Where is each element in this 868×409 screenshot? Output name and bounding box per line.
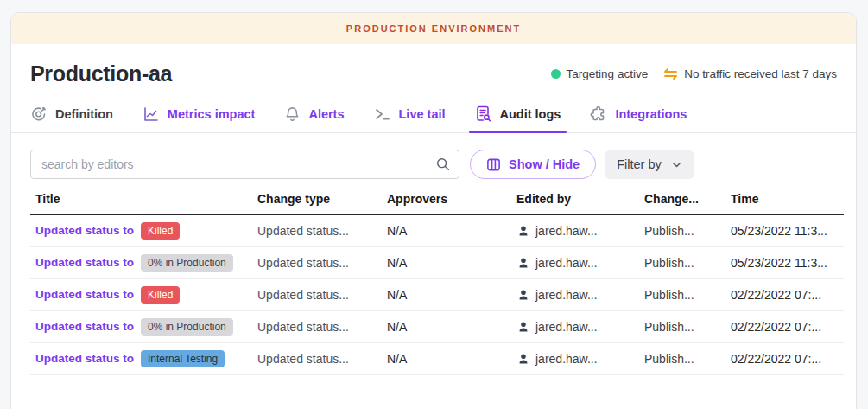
- banner-label: PRODUCTION ENVIRONMENT: [346, 23, 521, 34]
- show-hide-columns-button[interactable]: Show / Hide: [470, 150, 596, 179]
- table-header-row: Title Change type Approvers Edited by Ch…: [30, 192, 844, 215]
- tab-definition-label: Definition: [55, 107, 113, 121]
- flag-detail-card: PRODUCTION ENVIRONMENT Production-aa Tar…: [10, 12, 857, 409]
- traffic-arrows-icon: [663, 67, 678, 80]
- search-input[interactable]: [30, 150, 459, 179]
- time-cell: 05/23/2022 11:3...: [731, 224, 844, 238]
- title-link[interactable]: Updated status to: [35, 320, 134, 333]
- status-badge: Killed: [141, 286, 180, 304]
- change-type-cell: Updated status...: [257, 256, 387, 270]
- title-link[interactable]: Updated status to: [35, 288, 134, 301]
- green-dot-icon: [551, 69, 561, 79]
- traffic-status: No traffic received last 7 days: [663, 67, 837, 80]
- title-cell: Updated status to Killed: [30, 222, 257, 240]
- audit-log-document-search-icon: [475, 105, 492, 123]
- approvers-cell: N/A: [387, 256, 516, 270]
- show-hide-label: Show / Hide: [509, 157, 580, 171]
- edited-by-cell: jared.haw...: [516, 320, 644, 334]
- col-change-type: Change type: [257, 192, 387, 206]
- search-icon: [435, 157, 451, 176]
- change-cell: Publish...: [644, 352, 731, 366]
- tab-live-tail[interactable]: Live tail: [374, 95, 446, 132]
- time-cell: 05/23/2022 11:3...: [731, 256, 844, 270]
- targeting-status-label: Targeting active: [567, 67, 649, 80]
- status-badge: Internal Testing: [141, 350, 225, 367]
- table-row[interactable]: Updated status to Killed Updated status.…: [30, 279, 844, 311]
- change-cell: Publish...: [644, 256, 731, 270]
- audit-log-toolbar: Show / Hide Filter by: [11, 133, 856, 192]
- tab-alerts-label: Alerts: [308, 107, 344, 121]
- edited-by-name: jared.haw...: [535, 320, 598, 334]
- table-row[interactable]: Updated status to 0% in Production Updat…: [30, 311, 844, 343]
- change-type-cell: Updated status...: [257, 352, 387, 366]
- terminal-icon: [374, 106, 391, 122]
- targeting-status: Targeting active: [551, 67, 649, 80]
- change-type-cell: Updated status...: [257, 320, 387, 334]
- tab-definition[interactable]: Definition: [30, 95, 113, 132]
- search-wrap: [30, 150, 459, 179]
- table-row[interactable]: Updated status to Internal Testing Updat…: [30, 343, 844, 375]
- time-cell: 02/22/2022 07:...: [731, 288, 844, 302]
- approvers-cell: N/A: [387, 224, 516, 238]
- col-title: Title: [30, 192, 257, 206]
- change-type-cell: Updated status...: [257, 224, 387, 238]
- tab-bar: Definition Metrics impact Alerts: [11, 95, 856, 133]
- approvers-cell: N/A: [387, 288, 516, 302]
- edited-by-name: jared.haw...: [535, 352, 598, 366]
- person-icon: [516, 320, 530, 334]
- tab-metrics-impact-label: Metrics impact: [168, 107, 256, 121]
- change-type-cell: Updated status...: [257, 288, 387, 302]
- title-cell: Updated status to Killed: [30, 286, 257, 304]
- table-row[interactable]: Updated status to 0% in Production Updat…: [30, 247, 844, 279]
- edited-by-cell: jared.haw...: [516, 352, 644, 366]
- approvers-cell: N/A: [387, 320, 516, 334]
- definition-target-pen-icon: [30, 105, 48, 123]
- person-icon: [516, 256, 530, 270]
- puzzle-icon: [590, 105, 607, 123]
- metrics-chart-icon: [143, 105, 160, 123]
- edited-by-cell: jared.haw...: [516, 224, 644, 238]
- chevron-down-icon: [671, 159, 682, 170]
- tab-metrics-impact[interactable]: Metrics impact: [143, 95, 256, 132]
- edited-by-name: jared.haw...: [535, 224, 598, 238]
- col-time: Time: [731, 192, 844, 206]
- title-link[interactable]: Updated status to: [35, 256, 134, 269]
- audit-log-table: Title Change type Approvers Edited by Ch…: [30, 192, 844, 375]
- traffic-status-label: No traffic received last 7 days: [684, 67, 837, 80]
- table-row[interactable]: Updated status to Killed Updated status.…: [30, 215, 844, 247]
- time-cell: 02/22/2022 07:...: [731, 352, 844, 366]
- change-cell: Publish...: [644, 224, 731, 238]
- change-cell: Publish...: [644, 320, 731, 334]
- title-cell: Updated status to 0% in Production: [30, 254, 257, 272]
- tab-live-tail-label: Live tail: [399, 107, 446, 121]
- change-cell: Publish...: [644, 288, 731, 302]
- tab-audit-logs[interactable]: Audit logs: [475, 95, 561, 132]
- tab-integrations[interactable]: Integrations: [590, 95, 687, 132]
- columns-icon: [486, 157, 501, 172]
- time-cell: 02/22/2022 07:...: [731, 320, 844, 334]
- col-edited-by: Edited by: [516, 192, 644, 206]
- production-environment-banner: PRODUCTION ENVIRONMENT: [11, 13, 856, 44]
- page-title: Production-aa: [30, 61, 172, 86]
- table-body: Updated status to Killed Updated status.…: [30, 215, 844, 375]
- person-icon: [516, 288, 530, 302]
- status-badge: 0% in Production: [141, 254, 233, 272]
- status-badge: Killed: [141, 222, 180, 240]
- approvers-cell: N/A: [387, 352, 516, 366]
- person-icon: [516, 224, 530, 238]
- title-link[interactable]: Updated status to: [35, 352, 134, 365]
- title-link[interactable]: Updated status to: [35, 224, 134, 237]
- filter-by-button[interactable]: Filter by: [605, 150, 694, 179]
- col-change: Change...: [644, 192, 731, 206]
- edited-by-cell: jared.haw...: [516, 288, 644, 302]
- status-badge: 0% in Production: [141, 318, 233, 336]
- edited-by-name: jared.haw...: [535, 256, 598, 270]
- edited-by-cell: jared.haw...: [516, 256, 644, 270]
- status-group: Targeting active No traffic received las…: [551, 67, 837, 80]
- tab-alerts[interactable]: Alerts: [284, 95, 344, 132]
- edited-by-name: jared.haw...: [535, 288, 598, 302]
- bell-icon: [284, 105, 301, 123]
- tab-integrations-label: Integrations: [615, 107, 687, 121]
- filter-by-label: Filter by: [617, 157, 662, 171]
- page-header: Production-aa Targeting active No traffi…: [11, 44, 856, 95]
